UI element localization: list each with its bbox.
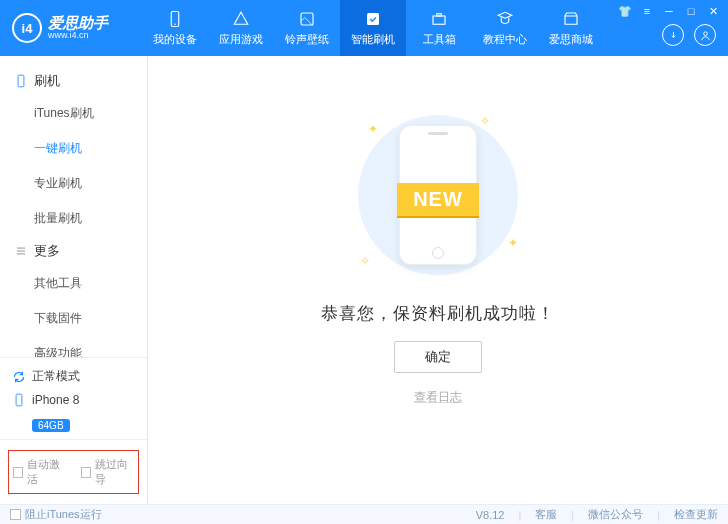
nav-tutorial[interactable]: 教程中心 [472, 0, 538, 56]
checkbox-block-itunes[interactable]: 阻止iTunes运行 [10, 507, 102, 522]
check-update-link[interactable]: 检查更新 [674, 507, 718, 522]
app-url: www.i4.cn [48, 31, 108, 41]
svg-rect-8 [16, 394, 22, 406]
checkbox-icon [13, 467, 23, 478]
phone-icon [12, 393, 26, 407]
sidebar-item-batch-flash[interactable]: 批量刷机 [34, 201, 147, 236]
sidebar-group-flash[interactable]: 刷机 [0, 66, 147, 96]
svg-point-1 [174, 24, 176, 26]
sidebar-group-more[interactable]: 更多 [0, 236, 147, 266]
window-controls: 👕 ≡ ─ □ ✕ [618, 4, 720, 18]
nav-smart-flash[interactable]: 智能刷机 [340, 0, 406, 56]
minimize-icon[interactable]: ─ [662, 4, 676, 18]
close-icon[interactable]: ✕ [706, 4, 720, 18]
svg-point-6 [703, 31, 707, 35]
download-button[interactable] [662, 24, 684, 46]
sidebar-item-download-firmware[interactable]: 下载固件 [34, 301, 147, 336]
version-label: V8.12 [476, 509, 505, 521]
nav-my-device[interactable]: 我的设备 [142, 0, 208, 56]
svg-rect-4 [433, 16, 445, 24]
nav-label: 智能刷机 [351, 32, 395, 47]
options-highlight-box: 自动激活 跳过向导 [8, 450, 139, 494]
user-button[interactable] [694, 24, 716, 46]
refresh-icon [12, 370, 26, 384]
device-status-panel: 正常模式 iPhone 8 64GB [0, 357, 147, 439]
checkbox-skip-guide[interactable]: 跳过向导 [81, 457, 135, 487]
sidebar-item-oneclick-flash[interactable]: 一键刷机 [34, 131, 147, 166]
success-illustration: ✦ ✧ ✧ ✦ NEW [338, 110, 538, 280]
nav-store[interactable]: 爱思商城 [538, 0, 604, 56]
checkbox-icon [10, 509, 21, 520]
device-row[interactable]: iPhone 8 [12, 393, 135, 407]
nav-label: 我的设备 [153, 32, 197, 47]
wechat-link[interactable]: 微信公众号 [588, 507, 643, 522]
confirm-button[interactable]: 确定 [394, 341, 482, 373]
nav-label: 应用游戏 [219, 32, 263, 47]
menu-icon[interactable]: ≡ [640, 4, 654, 18]
new-ribbon: NEW [397, 183, 479, 216]
device-label: iPhone 8 [32, 393, 79, 407]
app-title: 爱思助手 [48, 15, 108, 32]
nav-label: 铃声壁纸 [285, 32, 329, 47]
phone-icon [14, 74, 28, 88]
maximize-icon[interactable]: □ [684, 4, 698, 18]
checkbox-label: 阻止iTunes运行 [25, 507, 102, 522]
view-log-link[interactable]: 查看日志 [414, 389, 462, 406]
sidebar-item-advanced[interactable]: 高级功能 [34, 336, 147, 357]
storage-badge: 64GB [32, 419, 70, 432]
title-bar: i4 爱思助手 www.i4.cn 我的设备 应用游戏 铃声壁纸 智能刷机 工具… [0, 0, 728, 56]
menu-lines-icon [14, 244, 28, 258]
nav-apps-games[interactable]: 应用游戏 [208, 0, 274, 56]
mode-label: 正常模式 [32, 368, 80, 385]
sidebar-group-label: 更多 [34, 242, 60, 260]
nav-label: 教程中心 [483, 32, 527, 47]
checkbox-auto-activate[interactable]: 自动激活 [13, 457, 67, 487]
logo-icon: i4 [12, 13, 42, 43]
main-content: ✦ ✧ ✧ ✦ NEW 恭喜您，保资料刷机成功啦！ 确定 查看日志 [148, 56, 728, 504]
svg-rect-7 [18, 75, 24, 87]
nav-toolbox[interactable]: 工具箱 [406, 0, 472, 56]
checkbox-label: 自动激活 [27, 457, 66, 487]
checkbox-label: 跳过向导 [95, 457, 134, 487]
sidebar-item-other-tools[interactable]: 其他工具 [34, 266, 147, 301]
nav-ringtone-wallpaper[interactable]: 铃声壁纸 [274, 0, 340, 56]
support-link[interactable]: 客服 [535, 507, 557, 522]
success-message: 恭喜您，保资料刷机成功啦！ [321, 302, 555, 325]
sidebar: 刷机 iTunes刷机 一键刷机 专业刷机 批量刷机 更多 其他工具 下载固件 … [0, 56, 148, 504]
skin-icon[interactable]: 👕 [618, 4, 632, 18]
nav-label: 工具箱 [423, 32, 456, 47]
sidebar-group-label: 刷机 [34, 72, 60, 90]
main-nav: 我的设备 应用游戏 铃声壁纸 智能刷机 工具箱 教程中心 爱思商城 [142, 0, 604, 56]
status-bar: 阻止iTunes运行 V8.12 | 客服 | 微信公众号 | 检查更新 [0, 504, 728, 524]
checkbox-icon [81, 467, 91, 478]
svg-rect-5 [437, 14, 442, 16]
sidebar-item-pro-flash[interactable]: 专业刷机 [34, 166, 147, 201]
nav-label: 爱思商城 [549, 32, 593, 47]
logo-area: i4 爱思助手 www.i4.cn [0, 13, 142, 43]
sidebar-item-itunes-flash[interactable]: iTunes刷机 [34, 96, 147, 131]
mode-row[interactable]: 正常模式 [12, 368, 135, 385]
svg-rect-3 [367, 13, 379, 25]
